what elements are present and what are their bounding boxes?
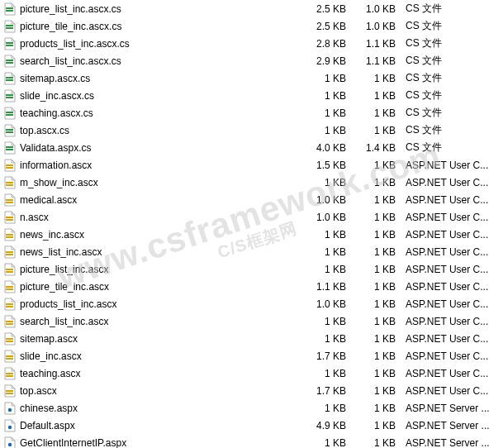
file-row[interactable]: products_list_inc.ascx1.0 KB1 KBASP.NET … [0,295,503,312]
file-name: m_show_inc.ascx [20,177,98,188]
file-size-2: 1.0 KB [353,21,402,32]
file-size-2: 1 KB [353,160,402,171]
file-name: medical.ascx [20,194,77,206]
file-name-cell[interactable]: slide_inc.ascx.cs [3,89,303,102]
file-name-cell[interactable]: Validata.aspx.cs [3,141,303,155]
file-name-cell[interactable]: products_list_inc.ascx.cs [3,37,303,50]
file-name-cell[interactable]: GetClientInternetIP.aspx [3,436,303,449]
file-name-cell[interactable]: products_list_inc.ascx [3,298,303,311]
file-row[interactable]: GetClientInternetIP.aspx1 KB1 KBASP.NET … [0,434,503,448]
file-type: CS 文件 [402,19,500,33]
file-row[interactable]: picture_list_inc.ascx.cs2.5 KB1.0 KBCS 文… [0,0,503,17]
svg-rect-45 [6,390,13,392]
file-name-cell[interactable]: picture_tile_inc.ascx [3,280,303,293]
file-name-cell[interactable]: medical.ascx [3,193,303,207]
aspx-file-icon [3,436,17,449]
file-name-cell[interactable]: slide_inc.ascx [3,350,303,363]
file-size-1: 1 KB [303,403,353,414]
file-size-2: 1 KB [353,212,402,223]
svg-rect-15 [6,131,13,133]
file-name-cell[interactable]: Default.aspx [3,419,303,432]
file-type: ASP.NET Server ... [402,420,500,431]
file-row[interactable]: information.ascx1.5 KB1 KBASP.NET User C… [0,156,503,174]
file-size-1: 2.8 KB [303,38,353,50]
file-size-2: 1 KB [353,385,402,397]
svg-rect-28 [6,254,13,255]
file-name: picture_tile_inc.ascx [20,281,109,293]
file-name-cell[interactable]: picture_tile_inc.ascx.cs [3,20,303,33]
file-name: teaching.ascx.cs [20,107,93,119]
file-type: CS 文件 [402,2,500,16]
ascx-file-icon [3,384,17,398]
file-name-cell[interactable]: chinese.aspx [3,402,303,415]
file-name: information.ascx [20,160,92,171]
file-row[interactable]: sitemap.ascx.cs1 KB1 KBCS 文件 [0,69,503,87]
file-size-2: 1 KB [353,177,402,188]
file-row[interactable]: chinese.aspx1 KB1 KBASP.NET Server ... [0,399,503,417]
file-name-cell[interactable]: picture_list_inc.ascx [3,263,303,276]
file-row[interactable]: slide_inc.ascx1.7 KB1 KBASP.NET User C..… [0,347,503,365]
file-row[interactable]: picture_tile_inc.ascx.cs2.5 KB1.0 KBCS 文… [0,17,503,35]
file-size-2: 1 KB [353,264,402,275]
file-size-2: 1.1 KB [353,55,402,67]
file-row[interactable]: products_list_inc.ascx.cs2.8 KB1.1 KBCS … [0,35,503,52]
file-name-cell[interactable]: news_list_inc.ascx [3,245,303,259]
file-row[interactable]: search_list_inc.ascx.cs2.9 KB1.1 KBCS 文件 [0,52,503,69]
file-size-1: 1.7 KB [303,350,353,362]
file-name-cell[interactable]: search_list_inc.ascx [3,315,303,328]
file-size-2: 1 KB [353,420,402,431]
file-row[interactable]: picture_tile_inc.ascx1.1 KB1 KBASP.NET U… [0,278,503,295]
svg-rect-42 [6,375,13,377]
svg-rect-8 [6,77,13,79]
svg-rect-12 [6,112,13,113]
file-name-cell[interactable]: sitemap.ascx [3,332,303,346]
file-row[interactable]: news_list_inc.ascx1 KB1 KBASP.NET User C… [0,243,503,260]
file-row[interactable]: Default.aspx4.9 KB1 KBASP.NET Server ... [0,417,503,434]
file-row[interactable]: m_show_inc.ascx1 KB1 KBASP.NET User C... [0,174,503,191]
file-row[interactable]: teaching.ascx1 KB1 KBASP.NET User C... [0,365,503,382]
svg-rect-11 [6,97,13,98]
file-list[interactable]: picture_list_inc.ascx.cs2.5 KB1.0 KBCS 文… [0,0,503,448]
file-name-cell[interactable]: m_show_inc.ascx [3,176,303,189]
cs-file-icon [3,20,17,33]
file-name: sitemap.ascx [20,333,78,345]
ascx-file-icon [3,263,17,276]
file-row[interactable]: top.ascx1.7 KB1 KBASP.NET User C... [0,382,503,399]
file-row[interactable]: slide_inc.ascx.cs1 KB1 KBCS 文件 [0,87,503,104]
file-name-cell[interactable]: n.ascx [3,211,303,224]
file-name-cell[interactable]: top.ascx.cs [3,124,303,137]
ascx-file-icon [3,280,17,293]
file-name-cell[interactable]: news_inc.ascx [3,228,303,241]
file-name-cell[interactable]: top.ascx [3,384,303,398]
file-size-1: 1 KB [303,73,353,84]
file-name-cell[interactable]: teaching.ascx [3,367,303,380]
svg-rect-7 [6,62,13,64]
file-row[interactable]: news_inc.ascx1 KB1 KBASP.NET User C... [0,226,503,243]
file-name: news_inc.ascx [20,229,84,241]
cs-file-icon [3,89,17,102]
ascx-file-icon [3,350,17,363]
file-type: ASP.NET User C... [402,246,500,258]
file-row[interactable]: teaching.ascx.cs1 KB1 KBCS 文件 [0,104,503,122]
file-row[interactable]: top.ascx.cs1 KB1 KBCS 文件 [0,122,503,139]
file-name-cell[interactable]: search_list_inc.ascx.cs [3,55,303,68]
file-row[interactable]: search_list_inc.ascx1 KB1 KBASP.NET User… [0,312,503,330]
file-row[interactable]: n.ascx1.0 KB1 KBASP.NET User C... [0,208,503,226]
svg-rect-31 [6,269,13,270]
file-name-cell[interactable]: information.ascx [3,159,303,172]
file-row[interactable]: Validata.aspx.cs4.0 KB1.4 KBCS 文件 [0,139,503,156]
file-row[interactable]: picture_list_inc.ascx1 KB1 KBASP.NET Use… [0,260,503,278]
svg-rect-34 [6,306,13,307]
file-size-2: 1 KB [353,437,402,449]
file-row[interactable]: sitemap.ascx1 KB1 KBASP.NET User C... [0,330,503,347]
file-name-cell[interactable]: picture_list_inc.ascx.cs [3,2,303,16]
file-row[interactable]: medical.ascx1.0 KB1 KBASP.NET User C... [0,191,503,208]
file-name-cell[interactable]: sitemap.ascx.cs [3,72,303,85]
file-type: CS 文件 [402,106,500,120]
file-size-1: 1 KB [303,125,353,136]
file-type: ASP.NET Server ... [402,437,500,449]
svg-rect-29 [6,251,13,253]
file-name-cell[interactable]: teaching.ascx.cs [3,107,303,120]
file-size-1: 2.9 KB [303,55,353,67]
ascx-file-icon [3,332,17,346]
